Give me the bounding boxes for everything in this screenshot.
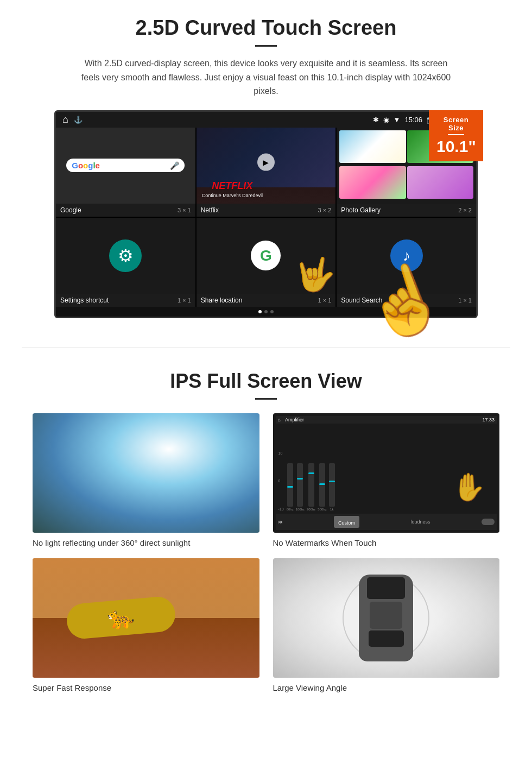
car-windshield	[367, 577, 405, 599]
dot-2	[264, 310, 268, 313]
eq-handle-5	[329, 481, 335, 482]
eq-loudness-label: loudness	[410, 519, 430, 525]
mic-icon[interactable]: 🎤	[170, 161, 179, 170]
cheetah-image: 🐆	[33, 558, 259, 678]
netflix-app-size: 3 × 2	[318, 207, 332, 213]
usb-icon: ⚓	[74, 116, 83, 124]
equalizer-image: ⌂ Amplifier 17:33 100-10	[273, 413, 500, 533]
app-cell-share-location[interactable]: G 🤟 Share location 1 × 1	[197, 218, 336, 307]
feature-equalizer: ⌂ Amplifier 17:33 100-10	[273, 413, 500, 547]
eq-track-5	[329, 463, 335, 507]
eq-handle-2	[297, 478, 303, 480]
netflix-play-button[interactable]: ▶	[257, 153, 275, 171]
eq-bar-500hz: 500hz	[318, 463, 326, 511]
bluetooth-icon: ✱	[373, 116, 379, 124]
app-cell-settings[interactable]: ⚙ Settings shortcut 1 × 1	[56, 218, 195, 307]
settings-label: Settings shortcut 1 × 1	[56, 294, 195, 307]
eq-track-3	[308, 463, 314, 507]
sound-thumb: ♪	[337, 218, 476, 294]
maps-g-letter: G	[260, 247, 272, 264]
cheetah-visual: 🐆	[33, 558, 259, 678]
sound-search-label: Sound Search 1 × 1	[337, 294, 476, 307]
cheetah-emoji: 🐆	[106, 604, 136, 632]
eq-label-500hz: 500hz	[318, 508, 326, 511]
eq-label-100hz: 100hz	[296, 508, 305, 511]
eq-bar-100hz: 100hz	[296, 463, 305, 511]
eq-bar-60hz: 60hz	[287, 463, 294, 511]
share-location-app-size: 1 × 1	[318, 297, 332, 304]
eq-y-labels: 100-10	[278, 451, 285, 511]
section-divider	[22, 348, 510, 348]
car-top-view	[359, 575, 413, 661]
eq-track-1	[287, 463, 293, 507]
status-bar: ⌂ ⚓ ✱ ◉ ▼ 15:06 📷 🔊 ✕ ▭	[56, 112, 476, 128]
sound-search-icon: ♪	[390, 239, 423, 272]
netflix-logo: NETFLIX	[202, 180, 263, 192]
section1-title: 2.5D Curved Touch Screen	[33, 16, 499, 40]
sound-search-app-size: 1 × 1	[458, 297, 472, 304]
section2-underline	[255, 398, 277, 400]
eq-track-4	[319, 463, 325, 507]
feature-sunlight: No light reflecting under 360° direct su…	[33, 413, 259, 547]
section1-underline	[255, 45, 277, 47]
cheetah-label: Super Fast Response	[33, 683, 259, 692]
settings-thumb: ⚙	[56, 218, 195, 294]
netflix-app-name: Netflix	[201, 206, 219, 214]
gallery-app-size: 2 × 2	[458, 207, 472, 213]
eq-label-200hz: 200hz	[307, 508, 315, 511]
car-roof	[370, 602, 402, 629]
google-app-name: Google	[60, 206, 81, 214]
netflix-subtitle: Continue Marvel's Daredevil	[202, 193, 263, 198]
badge-underline	[448, 134, 464, 135]
eq-title: Amplifier	[285, 417, 304, 422]
eq-handle-3	[308, 472, 314, 474]
eq-label-60hz: 60hz	[287, 508, 294, 511]
settings-app-size: 1 × 1	[178, 297, 191, 304]
app-cell-google[interactable]: Google 🎤 Google 3 × 1	[56, 128, 195, 217]
eq-header: ⌂ Amplifier 17:33	[276, 416, 497, 424]
google-label: Google 3 × 1	[56, 204, 195, 217]
equalizer-visual: ⌂ Amplifier 17:33 100-10	[273, 413, 500, 533]
home-icon[interactable]: ⌂	[62, 114, 68, 125]
sound-search-app-name: Sound Search	[341, 297, 382, 304]
screen-size-badge: Screen Size 10.1"	[429, 110, 483, 161]
dot-3	[270, 310, 274, 313]
home-icon-eq: ⌂	[278, 417, 281, 422]
gallery-photo-4	[407, 166, 473, 199]
app-cell-sound-search[interactable]: ♪ Sound Search 1 × 1	[337, 218, 476, 307]
eq-custom-button[interactable]: Custom	[334, 516, 359, 528]
eq-custom-label: Custom	[338, 520, 355, 526]
eq-bar-1k: 1k	[329, 463, 335, 511]
badge-size: 10.1"	[436, 137, 476, 156]
feature-car: Large Viewing Angle	[273, 558, 500, 692]
settings-app-name: Settings shortcut	[60, 297, 109, 304]
time-display: 15:06	[404, 116, 422, 124]
eq-label-1k: 1k	[330, 508, 333, 511]
gallery-app-name: Photo Gallery	[341, 206, 381, 214]
eq-toggle[interactable]	[482, 519, 495, 525]
device-mockup: Screen Size 10.1" ⌂ ⚓ ✱ ◉ ▼ 15:06 📷 🔊 ✕	[54, 110, 478, 318]
feature-grid: No light reflecting under 360° direct su…	[33, 413, 499, 692]
sunlight-image	[33, 413, 259, 533]
share-location-app-name: Share location	[201, 297, 243, 304]
section2-title: IPS Full Screen View	[33, 370, 499, 393]
car-circle-wrapper	[273, 558, 500, 678]
app-cell-netflix[interactable]: ▶ NETFLIX Continue Marvel's Daredevil Ne…	[197, 128, 336, 217]
car-rear	[369, 630, 404, 647]
share-location-label: Share location 1 × 1	[197, 294, 336, 307]
eq-track-2	[297, 463, 303, 507]
netflix-label: Netflix 3 × 2	[197, 204, 336, 217]
netflix-thumb: ▶ NETFLIX Continue Marvel's Daredevil	[197, 128, 336, 204]
google-search-bar[interactable]: Google 🎤	[66, 159, 185, 172]
eq-handle-4	[319, 483, 325, 485]
eq-footer: ⏮ Custom loudness	[276, 514, 497, 530]
share-thumb: G 🤟	[197, 218, 336, 294]
car-circle	[343, 575, 429, 661]
eq-time: 17:33	[482, 417, 495, 422]
location-icon: ◉	[383, 116, 389, 124]
car-visual	[273, 558, 500, 678]
hand-on-eq-icon: ✋	[452, 471, 486, 503]
google-app-size: 3 × 1	[178, 207, 191, 213]
eq-prev-icon[interactable]: ⏮	[278, 519, 283, 525]
app-grid: Google 🎤 Google 3 × 1 ▶	[56, 128, 476, 307]
